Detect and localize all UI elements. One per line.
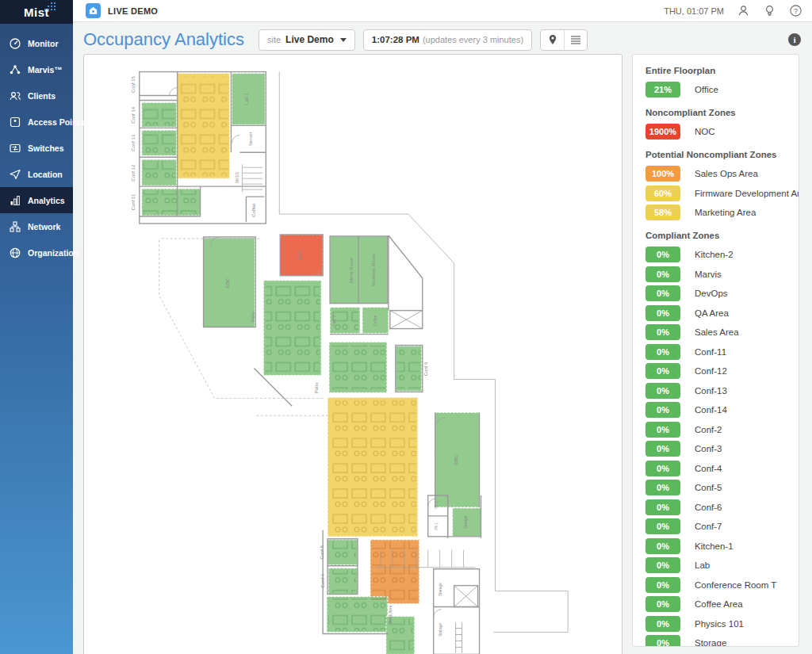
zone-percent-badge[interactable]: 0%: [645, 441, 680, 457]
zone-percent-badge[interactable]: 0%: [645, 383, 680, 399]
zone-percent-badge[interactable]: 0%: [645, 305, 680, 321]
zone-percent-badge[interactable]: 0%: [645, 247, 680, 262]
zone-percent-badge[interactable]: 0%: [645, 324, 680, 340]
sidebar-item-network[interactable]: Network: [0, 213, 73, 239]
map-pin-button[interactable]: [541, 30, 564, 50]
svg-text:Conf 4: Conf 4: [320, 573, 325, 587]
sidebar-item-access-points[interactable]: Access Points: [0, 109, 73, 135]
sidebar-item-label: Access Points: [28, 117, 85, 127]
mist-logo[interactable]: Mist: [0, 0, 73, 24]
zone-row: 0%Physics 101: [645, 616, 799, 632]
zone-percent-badge[interactable]: 0%: [645, 577, 680, 593]
zone-row: 58%Marketing Area: [645, 205, 799, 220]
svg-text:Conf 6: Conf 6: [423, 361, 428, 376]
svg-text:EBC: EBC: [225, 277, 230, 288]
section-noncompliant: Noncompliant Zones 1900%NOC: [645, 108, 799, 140]
floorplan-svg: Conf 15 Conf 14 Conf 13 Conf 12 Conf 11 …: [84, 55, 622, 654]
org-chip[interactable]: [86, 3, 101, 18]
zone-percent-badge[interactable]: 1900%: [645, 124, 680, 140]
info-icon[interactable]: i: [788, 33, 801, 46]
sidebar-item-label: Switches: [28, 143, 64, 153]
zone-name-label: Conf-2: [695, 425, 722, 434]
svg-text:Patio: Patio: [251, 311, 255, 322]
site-selector[interactable]: site Live Demo: [259, 29, 355, 51]
zone-percent-badge[interactable]: 60%: [645, 185, 680, 201]
zone-row: 0%Storage: [645, 635, 799, 647]
svg-text:Conf 5: Conf 5: [320, 545, 324, 559]
zone-percent-badge[interactable]: 0%: [645, 557, 680, 573]
account-icon[interactable]: [737, 4, 750, 17]
site-selector-prefix: site: [267, 35, 281, 44]
section-header: Compliant Zones: [645, 231, 799, 240]
sidebar-item-location[interactable]: Location: [0, 161, 73, 187]
zone-percent-badge[interactable]: 0%: [645, 363, 680, 379]
zone-row: 0%Conf-11: [645, 344, 799, 360]
svg-text:Conf 14: Conf 14: [131, 106, 136, 124]
zone-row: 100%Sales Ops Area: [645, 166, 799, 182]
sidebar-item-monitor[interactable]: Monitor: [0, 30, 73, 56]
zone-name-label: Conf-3: [695, 444, 722, 453]
zone-percent-badge[interactable]: 0%: [645, 461, 680, 476]
zone-name-label: QA Area: [695, 308, 729, 318]
zone-percent-badge[interactable]: 100%: [645, 166, 680, 182]
zone-name-label: Coffee Area: [695, 599, 743, 609]
feedback-bulb-icon[interactable]: [763, 4, 776, 17]
zone-percent-badge[interactable]: 0%: [645, 538, 680, 554]
zone-name-label: Sales Area: [695, 327, 739, 337]
floorplan-canvas[interactable]: Conf 15 Conf 14 Conf 13 Conf 12 Conf 11 …: [83, 54, 622, 654]
zone-percent-badge[interactable]: 0%: [645, 266, 680, 282]
zone-name-label: DevOps: [695, 289, 728, 298]
section-header: Potential Noncompliant Zones: [645, 150, 799, 159]
zone-name-label: Physics 101: [695, 619, 744, 629]
zone-name-label: Conf-6: [695, 503, 722, 512]
zone-percent-badge[interactable]: 0%: [645, 616, 680, 632]
zone-row: 0%Kitchen-1: [645, 538, 799, 554]
zone-percent-badge[interactable]: 58%: [645, 205, 680, 220]
zone-percent-badge[interactable]: 0%: [645, 422, 680, 438]
clients-icon: [9, 90, 21, 102]
sidebar-item-switches[interactable]: Switches: [0, 135, 73, 161]
svg-text:Conf 15: Conf 15: [131, 75, 136, 93]
svg-text:Storage: Storage: [439, 623, 442, 637]
zone-name-label: Kitchen-1: [695, 541, 733, 551]
sidebar-item-label: Clients: [28, 91, 56, 101]
site-selector-value: Live Demo: [285, 34, 334, 45]
page-title: Occupancy Analytics: [83, 29, 244, 50]
zone-name-label: Marketing Area: [695, 208, 756, 217]
zone-name-label: Marvis: [695, 270, 722, 279]
zone-name-label: Conf-11: [695, 347, 726, 357]
zone-row: 0%Conf-2: [645, 422, 799, 438]
zone-percent-badge[interactable]: 0%: [645, 285, 680, 301]
sidebar-item-analytics[interactable]: Analytics: [0, 187, 73, 213]
zone-name-label: Conf-7: [695, 522, 722, 531]
sidebar-item-marvis[interactable]: Marvis™: [0, 56, 73, 82]
sidebar-item-clients[interactable]: Clients: [0, 82, 73, 109]
section-entire-floorplan: Entire Floorplan 21%Office: [645, 66, 799, 98]
zone-percent-badge[interactable]: 0%: [645, 499, 680, 515]
sidebar-item-organization[interactable]: Organization: [0, 239, 73, 266]
analytics-icon: [9, 194, 21, 207]
svg-text:Server: Server: [248, 132, 253, 147]
list-view-button[interactable]: [564, 30, 587, 50]
occupancy-zone-panel: Entire Floorplan 21%Office Noncompliant …: [632, 54, 799, 647]
zone-percent-badge[interactable]: 0%: [645, 344, 680, 360]
zone-percent-badge[interactable]: 0%: [645, 402, 680, 418]
location-icon: [9, 168, 21, 181]
zone-row: 0%Conf-14: [645, 402, 799, 418]
zone-percent-badge[interactable]: 0%: [645, 518, 680, 534]
zone-row: 0%Kitchen-2: [645, 247, 799, 262]
zone-percent-badge[interactable]: 21%: [645, 82, 680, 98]
zone-name-label: Conf-4: [695, 464, 722, 473]
zone-name-label: Conf-13: [695, 386, 727, 396]
zone-percent-badge[interactable]: 0%: [645, 480, 680, 495]
zone-row: 0%Conf-6: [645, 499, 799, 515]
zone-row: 0%Sales Area: [645, 324, 799, 340]
refresh-time: 1:07:28 PM: [372, 35, 419, 44]
svg-text:Storage: Storage: [439, 583, 442, 596]
section-compliant: Compliant Zones 0%Kitchen-20%Marvis0%Dev…: [645, 231, 799, 647]
sidebar-item-label: Location: [28, 170, 63, 179]
help-icon[interactable]: ?: [789, 4, 802, 17]
zone-percent-badge[interactable]: 0%: [645, 596, 680, 612]
zone-row: 0%Marvis: [645, 266, 799, 282]
zone-percent-badge[interactable]: 0%: [645, 635, 680, 647]
